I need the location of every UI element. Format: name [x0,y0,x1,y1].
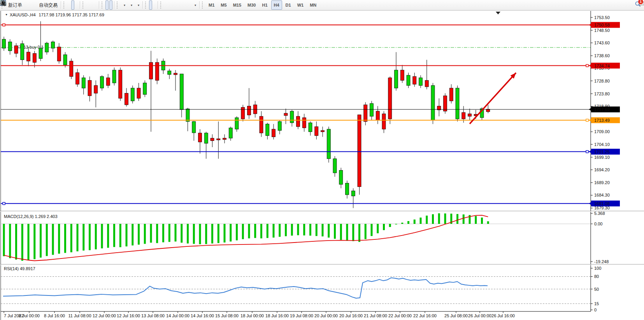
candle-bullish [456,88,459,119]
price-tick-label: 1728.80 [594,79,610,83]
macd-histogram-bar [101,224,103,248]
price-tick-label: 1709.00 [594,129,610,134]
candle-bearish [149,62,153,79]
candle-bullish [180,74,183,110]
candle-bearish [155,62,159,80]
candle-bearish [247,106,251,115]
candle-bullish [192,121,196,133]
price-badge-label: 1713.49 [594,118,610,123]
macd-histogram-bar [40,224,42,258]
line-anchor-handle[interactable] [586,119,588,121]
trend-arrow[interactable] [470,73,516,124]
candle-bullish [419,78,423,86]
candle-bearish [27,52,30,61]
pane-frame [0,11,644,311]
macd-histogram-bar [82,224,84,251]
macd-histogram-bar [365,224,367,239]
macd-histogram-bar [254,224,256,238]
line-anchor-handle[interactable] [3,24,5,26]
candlesticks [2,21,490,208]
candle-bearish [400,70,404,80]
chart-shift-marker-icon[interactable] [496,12,500,14]
chart-canvas[interactable]: #67013 buy 0.1MACD(12,26,9) 1.269 2.403R… [0,0,644,320]
candle-bullish [51,42,55,48]
price-badge-label: 1681.08 [594,201,610,206]
macd-histogram-bar [132,224,133,245]
price-tick-label: 1748.50 [594,28,610,33]
macd-histogram-bar [236,224,238,240]
macd-histogram-bar [218,224,219,243]
macd-axis-label: -19.248 [594,259,609,264]
macd-histogram-bar [334,224,336,239]
macd-histogram-bar [401,223,403,224]
candle-bearish [468,114,472,116]
price-tick-label: 1704.10 [594,142,610,147]
candle-bearish [14,46,18,53]
price-axis[interactable]: 1753.501748.501743.601738.601733.701728.… [589,15,620,312]
candle-bullish [131,88,134,101]
rsi-axis-label: 50 [594,287,599,292]
macd-histogram-bar [309,224,311,236]
candle-bearish [462,113,465,119]
candle-bearish [449,88,453,101]
candle-bearish [358,115,361,187]
macd-histogram-bar [64,224,66,253]
candle-bearish [364,105,367,121]
macd-histogram-bar [181,224,182,243]
line-anchor-handle[interactable] [586,65,588,67]
horizontal-level-lines[interactable] [1,24,591,205]
macd-histogram-bar [224,224,226,243]
candle-bearish [94,86,98,93]
macd-histogram-bar [322,224,324,236]
candle-bearish [57,47,61,61]
line-anchor-handle[interactable] [3,202,5,205]
macd-histogram-bar [358,224,360,242]
candle-bearish [198,133,202,142]
time-tick-label: 12 Jul 16:00 [117,313,140,318]
candle-bullish [407,75,410,85]
candle-bullish [351,191,355,196]
candle-bearish [315,127,318,135]
candle-bullish [431,86,435,120]
candle-bullish [339,170,343,184]
candle-bearish [321,130,325,132]
rsi-axis-label: 0 [594,308,597,312]
macd-histogram-bar [70,224,72,252]
candle-bullish [370,104,374,116]
line-anchor-handle[interactable] [586,151,588,153]
candle-bullish [168,71,171,74]
macd-histogram-bar [352,224,354,241]
candle-bearish [211,138,214,141]
macd-histogram-bar [33,224,35,259]
macd-axis-label: 0.00 [594,222,602,226]
candle-bullish [82,78,85,88]
macd-histogram-bar [3,224,5,256]
time-axis[interactable]: 7 Jul 20228 Jul 00:008 Jul 16:0011 Jul 0… [4,311,515,318]
rsi-axis-label: 100 [594,266,601,271]
candle-bullish [309,123,312,132]
price-tick-label: 1753.50 [594,15,610,20]
candle-bullish [143,83,147,95]
open-position-line[interactable]: #67013 buy 0.1 [1,45,591,49]
candle-bullish [39,48,42,58]
macd-histogram-bar [426,216,428,224]
macd-histogram-bar [291,224,293,236]
time-tick-label: 11 Jul 08:00 [68,313,91,318]
chart-title-row: ▼XAUUSD-,H41717.98 1719.96 1717.35 1717.… [5,12,104,17]
symbol-dropdown-icon[interactable]: ▼ [5,13,8,16]
macd-histogram-bar [77,224,79,251]
macd-histogram-bar [303,224,305,236]
macd-histogram-bar [414,220,416,224]
macd-histogram-bar [119,224,121,247]
macd-histogram-bar [175,224,177,241]
candle-bearish [174,73,177,75]
chart-ohlc-values: 1717.98 1719.96 1717.35 1717.69 [39,12,104,17]
candle-bullish [45,43,49,52]
price-tick-label: 1743.60 [594,40,610,45]
candle-bullish [346,183,349,195]
macd-histogram-bar [395,224,397,225]
time-tick-label: 20 Jul 00:00 [314,313,338,318]
macd-histogram-bar [144,224,146,244]
macd-histogram-bar [21,224,23,261]
candle-bearish [444,96,447,111]
